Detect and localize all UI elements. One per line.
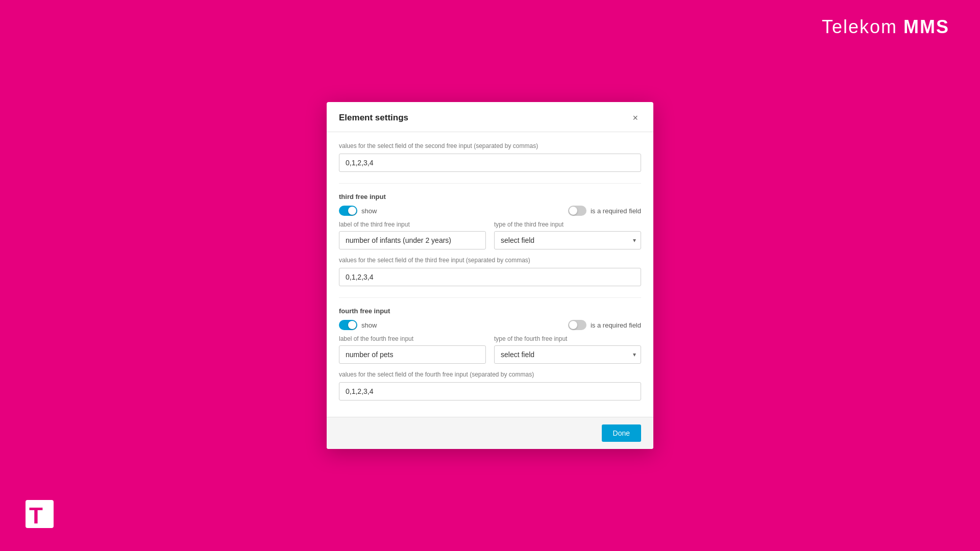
modal-backdrop: Element settings × values for the select… <box>0 0 980 551</box>
fourth-show-toggle[interactable] <box>339 320 357 330</box>
fourth-select-values-input[interactable] <box>339 382 641 400</box>
third-show-toggle[interactable] <box>339 206 357 216</box>
third-select-values-input[interactable] <box>339 268 641 286</box>
fourth-required-label: is a required field <box>591 321 641 329</box>
fourth-label-input[interactable] <box>339 345 486 364</box>
fourth-type-select-wrapper: select field text field number field ▾ <box>494 345 641 364</box>
fourth-required-thumb <box>569 321 577 329</box>
third-input-section: third free input show <box>339 193 641 286</box>
fourth-show-label: show <box>361 321 377 329</box>
fourth-show-thumb <box>348 321 356 329</box>
fourth-type-select[interactable]: select field text field number field <box>494 345 641 364</box>
third-show-label: show <box>361 207 377 215</box>
fourth-type-field-label: type of the fourth free input <box>494 335 641 342</box>
third-type-select[interactable]: select field text field number field <box>494 231 641 249</box>
third-show-thumb <box>348 207 356 215</box>
third-type-col: type of the third free input select fiel… <box>494 221 641 249</box>
fourth-label-field-label: label of the fourth free input <box>339 335 486 342</box>
third-type-select-wrapper: select field text field number field ▾ <box>494 231 641 249</box>
fourth-show-toggle-group: show <box>339 320 377 330</box>
third-toggle-row: show is a required field <box>339 206 641 216</box>
modal-header: Element settings × <box>327 102 653 132</box>
third-label-field-label: label of the third free input <box>339 221 486 228</box>
modal-body: values for the select field of the secon… <box>327 132 653 417</box>
fourth-select-values-label: values for the select field of the fourt… <box>339 371 641 378</box>
second-select-values-label: values for the select field of the secon… <box>339 142 641 149</box>
fourth-select-values-section: values for the select field of the fourt… <box>339 371 641 400</box>
third-required-label: is a required field <box>591 207 641 215</box>
third-input-title: third free input <box>339 193 641 201</box>
second-input-section: values for the select field of the secon… <box>339 142 641 172</box>
fourth-type-col: type of the fourth free input select fie… <box>494 335 641 364</box>
fourth-label-col: label of the fourth free input <box>339 335 486 364</box>
fourth-input-fields-row: label of the fourth free input type of t… <box>339 335 641 364</box>
third-required-toggle[interactable] <box>568 206 586 216</box>
third-required-thumb <box>569 207 577 215</box>
fourth-required-toggle[interactable] <box>568 320 586 330</box>
third-select-values-label: values for the select field of the third… <box>339 257 641 264</box>
third-select-values-section: values for the select field of the third… <box>339 257 641 286</box>
close-button[interactable]: × <box>629 112 641 123</box>
third-required-track[interactable] <box>568 206 586 216</box>
third-show-track[interactable] <box>339 206 357 216</box>
third-required-toggle-group: is a required field <box>568 206 641 216</box>
third-input-fields-row: label of the third free input type of th… <box>339 221 641 249</box>
fourth-required-track[interactable] <box>568 320 586 330</box>
second-select-values-input[interactable] <box>339 154 641 172</box>
fourth-required-toggle-group: is a required field <box>568 320 641 330</box>
fourth-show-track[interactable] <box>339 320 357 330</box>
fourth-toggle-row: show is a required field <box>339 320 641 330</box>
modal-title: Element settings <box>339 113 408 123</box>
fourth-input-title: fourth free input <box>339 307 641 315</box>
third-show-toggle-group: show <box>339 206 377 216</box>
done-button[interactable]: Done <box>602 424 641 442</box>
divider-1 <box>339 183 641 184</box>
divider-2 <box>339 297 641 298</box>
fourth-input-section: fourth free input show <box>339 307 641 400</box>
third-label-input[interactable] <box>339 231 486 249</box>
third-label-col: label of the third free input <box>339 221 486 249</box>
element-settings-modal: Element settings × values for the select… <box>327 102 653 449</box>
modal-footer: Done <box>327 417 653 449</box>
third-type-field-label: type of the third free input <box>494 221 641 228</box>
